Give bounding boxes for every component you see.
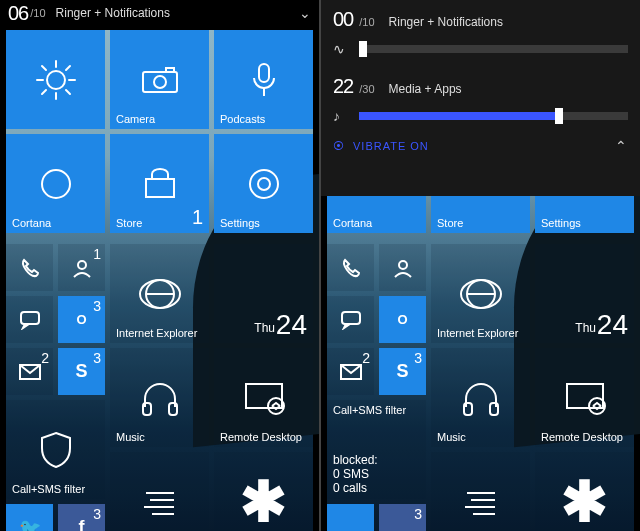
phone-left: 06 /10 Ringer + Notifications ⌄ Camera xyxy=(0,0,319,531)
tile-label: Call+SMS filter xyxy=(12,483,85,495)
tile-camera[interactable]: Camera xyxy=(110,30,209,129)
ringer-volume: 06 xyxy=(8,2,28,25)
ringer-label: Ringer + Notifications xyxy=(56,6,170,20)
tile-store[interactable]: 1 Store xyxy=(110,134,209,233)
calendar-date: 24 xyxy=(597,309,628,341)
ie-icon xyxy=(458,271,504,317)
svg-point-16 xyxy=(250,170,278,198)
tile-settings[interactable]: Settings xyxy=(214,134,313,233)
tile-facebook[interactable]: f 3 xyxy=(58,504,105,531)
skype-icon: S xyxy=(75,361,87,382)
message-icon xyxy=(340,310,362,330)
tile-unknown-lines[interactable] xyxy=(431,452,530,531)
tile-cortana[interactable]: Cortana xyxy=(6,134,105,233)
tile-label: Remote Desktop xyxy=(220,431,302,443)
tile-twitter[interactable] xyxy=(327,504,374,531)
headphones-icon xyxy=(139,379,181,417)
tile-weather[interactable] xyxy=(6,30,105,129)
tile-label: Call+SMS filter xyxy=(333,404,406,416)
media-volume: 22 xyxy=(333,75,353,98)
svg-rect-22 xyxy=(169,403,177,415)
calendar-date: 24 xyxy=(276,309,307,341)
headphones-icon xyxy=(460,379,502,417)
asterisk-icon: ✱ xyxy=(561,469,608,531)
svg-point-10 xyxy=(154,76,166,88)
media-slider[interactable] xyxy=(359,112,628,120)
camera-icon xyxy=(140,65,180,95)
tile-music[interactable]: Music xyxy=(110,348,209,447)
ringer-slider[interactable] xyxy=(359,45,628,53)
svg-line-5 xyxy=(42,66,46,70)
phone-icon xyxy=(340,257,362,279)
tile-callsms[interactable]: Call+SMS filter xyxy=(6,400,105,499)
tile-ie[interactable]: Internet Explorer xyxy=(110,244,209,343)
ringer-label: Ringer + Notifications xyxy=(389,15,503,29)
vibrate-toggle-label[interactable]: VIBRATE ON xyxy=(353,140,429,152)
svg-line-7 xyxy=(66,66,70,70)
tile-label: Music xyxy=(437,431,466,443)
ringer-max: /10 xyxy=(359,16,374,28)
outlook-icon: O xyxy=(76,312,86,327)
tile-podcasts[interactable]: Podcasts xyxy=(214,30,313,129)
store-badge: 1 xyxy=(192,206,203,229)
tile-people[interactable] xyxy=(379,244,426,291)
tile-label: Music xyxy=(116,431,145,443)
vibrate-toggle-icon[interactable]: ⦿ xyxy=(333,140,345,152)
tile-callsms[interactable]: blocked: 0 SMS 0 calls Call+SMS filter xyxy=(327,400,426,499)
chevron-down-icon[interactable]: ⌄ xyxy=(299,5,311,21)
people-icon xyxy=(392,257,414,279)
blocked-status: blocked: 0 SMS 0 calls xyxy=(333,453,378,495)
tile-messaging[interactable] xyxy=(327,296,374,343)
svg-rect-33 xyxy=(464,403,472,415)
tile-remote[interactable]: Remote Desktop xyxy=(214,348,313,447)
store-icon xyxy=(142,167,178,201)
svg-point-0 xyxy=(47,71,65,89)
tile-facebook[interactable]: 3 xyxy=(379,504,426,531)
tile-mail[interactable]: 2 xyxy=(327,348,374,395)
tile-skype[interactable]: S 3 xyxy=(58,348,105,395)
svg-rect-11 xyxy=(166,68,174,72)
svg-point-14 xyxy=(42,170,70,198)
tile-asterisk[interactable]: ✱ xyxy=(214,452,313,531)
fb-badge: 3 xyxy=(93,506,101,522)
mail-badge: 2 xyxy=(41,350,49,366)
svg-line-8 xyxy=(42,90,46,94)
tile-calendar[interactable]: Thu 24 xyxy=(535,244,634,343)
shield-icon xyxy=(38,430,74,470)
tile-twitter[interactable]: 🐦 xyxy=(6,504,53,531)
tile-label: Internet Explorer xyxy=(116,327,197,339)
volume-panel-expanded: 00 /10 Ringer + Notifications ∿ 22 /30 M… xyxy=(321,0,640,196)
tile-mail[interactable]: 2 xyxy=(6,348,53,395)
tile-music[interactable]: Music xyxy=(431,348,530,447)
fb-badge: 3 xyxy=(414,506,422,522)
tile-skype[interactable]: S3 xyxy=(379,348,426,395)
volume-bar-collapsed[interactable]: 06 /10 Ringer + Notifications ⌄ xyxy=(0,0,319,26)
facebook-icon: f xyxy=(79,517,85,531)
phone-icon xyxy=(19,257,41,279)
vibrate-icon: ∿ xyxy=(333,41,349,57)
tile-label: Cortana xyxy=(12,217,51,229)
tile-people[interactable]: 1 xyxy=(58,244,105,291)
tile-calendar[interactable]: Thu 24 xyxy=(214,244,313,343)
skype-icon: S xyxy=(396,361,408,382)
tile-outlook[interactable]: O 3 xyxy=(58,296,105,343)
svg-point-29 xyxy=(399,261,407,269)
tile-phone[interactable] xyxy=(327,244,374,291)
cortana-icon xyxy=(36,164,76,204)
gear-icon xyxy=(245,165,283,203)
tile-label: Store xyxy=(437,217,463,229)
chevron-up-icon[interactable]: ⌃ xyxy=(615,138,628,154)
tile-label: Remote Desktop xyxy=(541,431,623,443)
tile-unknown-lines[interactable] xyxy=(110,452,209,531)
tile-label: Cortana xyxy=(333,217,372,229)
phone-right: Cortana Store Settings O Internet Explor… xyxy=(321,0,640,531)
remote-desktop-icon xyxy=(563,380,607,416)
tile-asterisk[interactable]: ✱ xyxy=(535,452,634,531)
message-icon xyxy=(19,310,41,330)
ie-icon xyxy=(137,271,183,317)
tile-ie[interactable]: Internet Explorer xyxy=(431,244,530,343)
tile-phone[interactable] xyxy=(6,244,53,291)
tile-messaging[interactable] xyxy=(6,296,53,343)
tile-outlook[interactable]: O xyxy=(379,296,426,343)
tile-remote[interactable]: Remote Desktop xyxy=(535,348,634,447)
